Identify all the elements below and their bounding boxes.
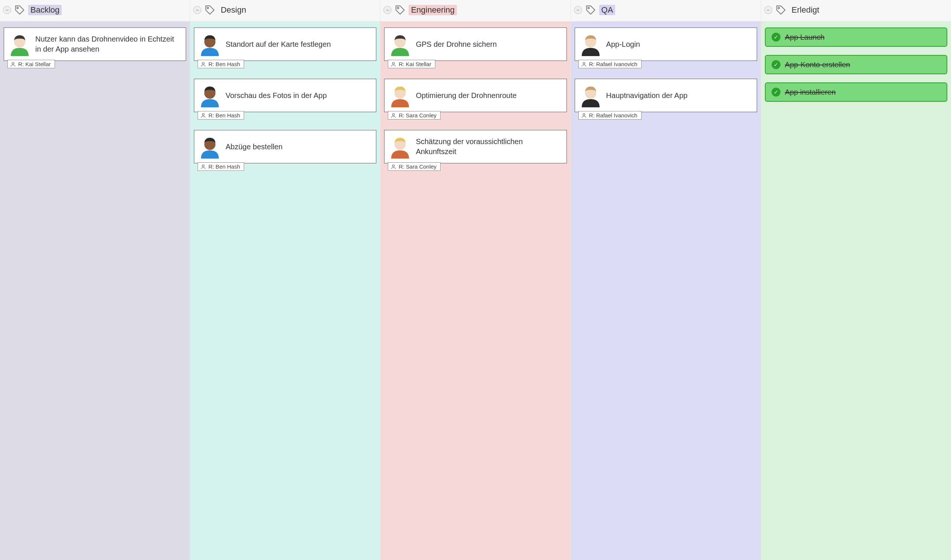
card-title: Standort auf der Karte festlegen <box>226 39 331 49</box>
card-body[interactable]: Schätzung der voraussichtlichen Ankunfts… <box>384 130 566 163</box>
tag-icon <box>204 5 215 15</box>
column-design: − Design Standort auf der Karte festlege… <box>190 0 380 560</box>
responsible-label: R: Kai Stellar <box>399 61 431 67</box>
collapse-button[interactable]: − <box>574 6 582 14</box>
responsible-tag[interactable]: R: Sara Conley <box>388 162 440 171</box>
svg-point-5 <box>202 62 204 64</box>
card-title: Schätzung der voraussichtlichen Ankunfts… <box>416 137 561 157</box>
column-title: Design <box>219 5 248 15</box>
person-icon <box>200 164 206 170</box>
responsible-tag[interactable]: R: Ben Hash <box>198 162 244 171</box>
collapse-button[interactable]: − <box>3 6 11 14</box>
card-body[interactable]: Optimierung der Drohnenroute <box>384 79 566 112</box>
responsible-label: R: Sara Conley <box>399 163 437 170</box>
done-item-label: App installieren <box>785 88 836 97</box>
collapse-button[interactable]: − <box>764 6 772 14</box>
svg-point-12 <box>392 62 394 64</box>
column-body: Standort auf der Karte festlegen R: Ben … <box>190 22 380 560</box>
responsible-label: R: Ben Hash <box>208 112 240 118</box>
card[interactable]: GPS der Drohne sichern R: Kai Stellar <box>384 28 566 61</box>
card-body[interactable]: Standort auf der Karte festlegen <box>194 28 376 61</box>
card[interactable]: Vorschau des Fotos in der App R: Ben Has… <box>194 79 376 112</box>
collapse-button[interactable]: − <box>383 6 392 14</box>
avatar-icon <box>198 83 222 107</box>
column-title: Erledigt <box>789 5 822 15</box>
svg-point-16 <box>392 165 394 166</box>
responsible-tag[interactable]: R: Kai Stellar <box>388 60 435 68</box>
svg-point-2 <box>12 62 14 64</box>
collapse-button[interactable]: − <box>193 6 202 14</box>
responsible-label: R: Ben Hash <box>208 61 240 67</box>
svg-point-3 <box>207 7 209 9</box>
responsible-tag[interactable]: R: Sara Conley <box>388 111 440 120</box>
tag-icon <box>585 5 596 15</box>
avatar-icon <box>198 32 222 56</box>
column-header: − Design <box>190 0 380 22</box>
check-icon: ✓ <box>772 88 780 97</box>
card[interactable]: Standort auf der Karte festlegen R: Ben … <box>194 28 376 61</box>
svg-point-7 <box>202 113 204 115</box>
done-item[interactable]: ✓ App-Konto erstellen <box>765 55 947 74</box>
card-body[interactable]: GPS der Drohne sichern <box>384 28 566 61</box>
avatar-icon <box>388 135 412 158</box>
svg-point-17 <box>588 7 589 9</box>
avatar-icon <box>8 32 32 56</box>
done-item[interactable]: ✓ App Launch <box>765 28 947 47</box>
avatar-icon <box>579 32 603 56</box>
responsible-tag[interactable]: R: Rafael Ivanovich <box>579 111 642 120</box>
responsible-label: R: Sara Conley <box>399 112 437 118</box>
column-body: Nutzer kann das Drohnenvideo in Echtzeit… <box>0 22 190 560</box>
responsible-tag[interactable]: R: Ben Hash <box>198 60 244 68</box>
person-icon <box>10 61 16 67</box>
card-body[interactable]: App-Login <box>575 28 757 61</box>
column-title: Backlog <box>28 5 62 15</box>
column-body: GPS der Drohne sichern R: Kai Stellar Op… <box>380 22 570 560</box>
column-qa: − QA App-Login R: Rafael Ivanovich <box>571 0 761 560</box>
card[interactable]: Optimierung der Drohnenroute R: Sara Con… <box>384 79 566 112</box>
column-engineering: − Engineering GPS der Drohne sichern R: … <box>380 0 571 560</box>
column-title: QA <box>599 5 616 15</box>
card[interactable]: Hauptnavigation der App R: Rafael Ivanov… <box>575 79 757 112</box>
card-title: Optimierung der Drohnenroute <box>416 91 516 101</box>
tag-icon <box>775 5 786 15</box>
card-title: GPS der Drohne sichern <box>416 39 497 49</box>
svg-point-0 <box>17 7 18 9</box>
avatar-icon <box>388 83 412 107</box>
card-body[interactable]: Nutzer kann das Drohnenvideo in Echtzeit… <box>4 28 186 61</box>
card[interactable]: App-Login R: Rafael Ivanovich <box>575 28 757 61</box>
done-item-label: App-Konto erstellen <box>785 60 850 69</box>
column-header: − QA <box>571 0 761 22</box>
card[interactable]: Nutzer kann das Drohnenvideo in Echtzeit… <box>4 28 186 61</box>
svg-point-21 <box>583 113 585 115</box>
responsible-label: R: Ben Hash <box>208 163 240 170</box>
column-body: ✓ App Launch ✓ App-Konto erstellen ✓ App… <box>761 22 951 560</box>
responsible-tag[interactable]: R: Kai Stellar <box>8 60 55 68</box>
column-body: App-Login R: Rafael Ivanovich Hauptnavig… <box>571 22 761 560</box>
person-icon <box>200 61 206 67</box>
person-icon <box>581 112 587 118</box>
done-item-label: App Launch <box>785 33 825 42</box>
responsible-label: R: Rafael Ivanovich <box>589 112 637 118</box>
card-title: Hauptnavigation der App <box>606 91 688 101</box>
column-header: − Engineering <box>380 0 570 22</box>
column-backlog: − Backlog Nutzer kann das Drohnenvideo i… <box>0 0 190 560</box>
done-item[interactable]: ✓ App installieren <box>765 82 947 102</box>
svg-point-19 <box>583 62 585 64</box>
tag-icon <box>394 5 406 15</box>
card-body[interactable]: Vorschau des Fotos in der App <box>194 79 376 112</box>
card-title: App-Login <box>606 39 640 49</box>
column-done: − Erledigt ✓ App Launch ✓ App-Konto erst… <box>761 0 951 560</box>
responsible-tag[interactable]: R: Rafael Ivanovich <box>579 60 642 68</box>
person-icon <box>200 112 206 118</box>
card-title: Vorschau des Fotos in der App <box>226 91 326 101</box>
responsible-label: R: Kai Stellar <box>18 61 51 67</box>
tag-icon <box>14 5 25 15</box>
card-title: Nutzer kann das Drohnenvideo in Echtzeit… <box>35 34 180 54</box>
responsible-tag[interactable]: R: Ben Hash <box>198 111 244 120</box>
card-body[interactable]: Hauptnavigation der App <box>575 79 757 112</box>
card[interactable]: Abzüge bestellen R: Ben Hash <box>194 130 376 163</box>
card[interactable]: Schätzung der voraussichtlichen Ankunfts… <box>384 130 566 163</box>
card-body[interactable]: Abzüge bestellen <box>194 130 376 163</box>
svg-point-22 <box>778 7 779 9</box>
svg-point-9 <box>202 165 204 166</box>
